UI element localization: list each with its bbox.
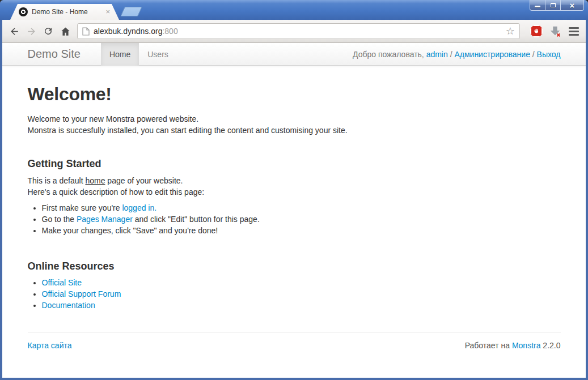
- nav-item-users[interactable]: Users: [139, 43, 177, 66]
- logout-link[interactable]: Выход: [537, 50, 561, 59]
- browser-toolbar: alexbuk.dyndns.org:800 ☆: [2, 20, 586, 43]
- official-support-forum-link[interactable]: Official Support Forum: [42, 289, 121, 298]
- page-title: Welcome!: [28, 84, 561, 104]
- restore-icon: [551, 3, 556, 7]
- page-icon: [82, 27, 90, 36]
- stop-hand-icon: [530, 25, 543, 37]
- list-item: Go to the Pages Manager and click "Edit"…: [42, 214, 561, 225]
- list-item: Official Support Forum: [42, 288, 561, 300]
- monstra-link[interactable]: Monstra: [512, 341, 541, 350]
- powered-by: Работает на Monstra 2.2.0: [465, 340, 561, 351]
- forward-icon: [26, 26, 37, 37]
- close-icon: ×: [570, 1, 575, 10]
- tab-close-icon[interactable]: ×: [105, 7, 110, 16]
- getting-started-heading: Getting Started: [28, 157, 561, 170]
- browser-window: Demo Site - Home × ×: [0, 0, 588, 380]
- user-profile-link[interactable]: admin: [426, 50, 448, 59]
- maximize-button[interactable]: [545, 0, 561, 11]
- back-button[interactable]: [6, 23, 23, 40]
- reload-button[interactable]: [40, 23, 57, 40]
- documentation-link[interactable]: Documentation: [42, 301, 95, 310]
- close-button[interactable]: ×: [560, 0, 584, 11]
- online-resources-list: Official Site Official Support Forum Doc…: [28, 277, 561, 311]
- forward-button[interactable]: [23, 23, 40, 40]
- greeting-text: Добро пожаловать,: [353, 50, 426, 59]
- hamburger-menu-icon: [569, 27, 579, 36]
- minimize-icon: [535, 6, 540, 7]
- titlebar[interactable]: Demo Site - Home × ×: [0, 0, 588, 20]
- home-icon: [60, 26, 71, 37]
- site-navbar: Demo Site Home Users Добро пожаловать, a…: [2, 43, 586, 66]
- chrome-menu-button[interactable]: [566, 24, 581, 39]
- url-port: :800: [162, 27, 177, 36]
- download-arrow-icon: [549, 25, 561, 37]
- getting-started-list: First make sure you're logged in. Go to …: [28, 202, 561, 236]
- browser-tab[interactable]: Demo Site - Home ×: [10, 4, 119, 20]
- intro-paragraph: Welcome to your new Monstra powered webs…: [28, 113, 561, 136]
- pages-manager-link[interactable]: Pages Manager: [77, 215, 133, 224]
- home-button[interactable]: [57, 23, 74, 40]
- adblock-extension-button[interactable]: [529, 24, 544, 39]
- administration-link[interactable]: Администрирование: [454, 50, 530, 59]
- address-bar[interactable]: alexbuk.dyndns.org:800 ☆: [77, 23, 520, 39]
- new-tab-button[interactable]: [120, 7, 142, 16]
- online-resources-heading: Online Resources: [28, 260, 561, 272]
- site-brand[interactable]: Demo Site: [28, 48, 81, 61]
- bookmark-star-icon[interactable]: ☆: [506, 26, 515, 36]
- nav-item-home[interactable]: Home: [101, 43, 139, 66]
- list-item: First make sure you're logged in.: [42, 202, 561, 214]
- tab-title: Demo Site - Home: [32, 8, 88, 16]
- user-area: Добро пожаловать, admin / Администрирова…: [353, 50, 561, 59]
- home-page-link[interactable]: home: [85, 176, 105, 185]
- back-icon: [9, 26, 20, 37]
- sitemap-link[interactable]: Карта сайта: [28, 340, 72, 351]
- getting-started-text: This is a default home page of your webs…: [28, 175, 561, 198]
- window-controls: ×: [530, 0, 584, 11]
- page-footer: Карта сайта Работает на Monstra 2.2.0: [28, 332, 561, 351]
- main-content: Welcome! Welcome to your new Monstra pow…: [28, 84, 561, 351]
- url-text[interactable]: alexbuk.dyndns.org:800: [94, 27, 178, 36]
- list-item: Official Site: [42, 277, 561, 288]
- list-item: Make your changes, click "Save" and you'…: [42, 225, 561, 236]
- web-page: Demo Site Home Users Добро пожаловать, a…: [2, 43, 586, 378]
- site-favicon-icon: [19, 7, 28, 16]
- minimize-button[interactable]: [530, 0, 545, 11]
- reload-icon: [43, 26, 53, 36]
- list-item: Documentation: [42, 300, 561, 311]
- logged-in-link[interactable]: logged in.: [122, 203, 156, 212]
- official-site-link[interactable]: Official Site: [42, 278, 82, 287]
- download-helper-extension-button[interactable]: [548, 24, 562, 39]
